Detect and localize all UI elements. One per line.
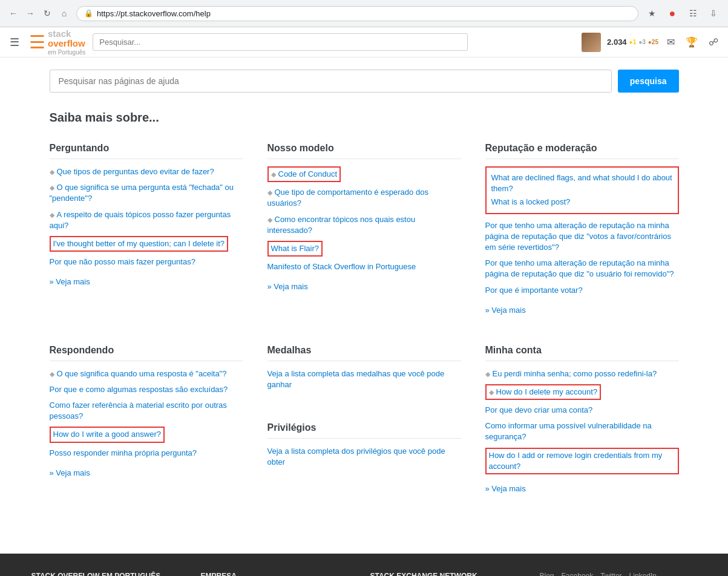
inbox-button[interactable]: ✉ — [664, 34, 677, 50]
bronze-badge: ●25 — [648, 39, 658, 45]
link-perguntando-5[interactable]: Por que não posso mais fazer perguntas? — [50, 257, 243, 267]
browser-nav-buttons: ← → ↻ ⌂ — [6, 6, 71, 21]
saiba-mais-heading: Saiba mais sobre... — [50, 111, 679, 125]
section-reputacao: Reputação e moderação What are declined … — [485, 143, 679, 315]
pesquisa-button[interactable]: pesquisa — [618, 70, 679, 93]
link-minha-conta-1[interactable]: ◆Eu perdi minha senha; como posso redefi… — [485, 368, 679, 379]
reputation-number: 2.034 — [607, 38, 627, 47]
link-nosso-modelo-3[interactable]: ◆Como encontrar tópicos nos quais estou … — [267, 214, 461, 236]
section-respondendo-title: Respondendo — [50, 345, 243, 361]
footer-link-facebook[interactable]: Facebook — [562, 572, 594, 576]
logo-text: stack overflow em Português — [48, 29, 85, 56]
veja-mais-reputacao[interactable]: » Veja mais — [485, 306, 526, 315]
link-icon: ◆ — [50, 211, 54, 218]
link-minha-conta-2-highlighted[interactable]: ◆How do I delete my account? — [485, 384, 602, 400]
link-icon: ◆ — [50, 370, 54, 378]
translate-button[interactable]: ☷ — [684, 5, 701, 22]
footer-col3-title: STACK EXCHANGE NETWORK — [370, 572, 528, 576]
section-perguntando: Perguntando ◆Que tipos de perguntas devo… — [50, 143, 243, 315]
link-reputacao-4[interactable]: Por que tenho uma alteração de reputação… — [485, 258, 679, 280]
link-respondendo-1[interactable]: ◆O que significa quando uma resposta é "… — [50, 368, 243, 379]
link-icon: ◆ — [267, 216, 272, 223]
link-nosso-modelo-5[interactable]: Manifesto of Stack Overflow in Portugues… — [267, 261, 461, 272]
footer-grid: STACK OVERFLOW EM PORTUGUÊS Stack Overfl… — [31, 572, 697, 576]
link-respondendo-3[interactable]: Como fazer referência à material escrito… — [50, 400, 243, 422]
avatar-image — [582, 33, 601, 52]
lock-icon: 🔒 — [84, 9, 93, 18]
footer-col2: EMPRESA Stack Overflow Negócios Contrate… — [201, 572, 358, 576]
footer-link-blog[interactable]: Blog — [540, 572, 554, 576]
link-nosso-modelo-2[interactable]: ◆Que tipo de comportamento é esperado do… — [267, 187, 461, 209]
site-logo[interactable]: ☰ stack overflow em Português — [29, 29, 85, 56]
link-icon: ◆ — [271, 171, 276, 178]
help-search-bar: pesquisa — [50, 70, 679, 93]
link-icon: ◆ — [50, 168, 54, 175]
link-minha-conta-4[interactable]: Como informar uma possível vulnerabilida… — [485, 421, 679, 442]
gold-badge: ●1 — [629, 39, 637, 45]
review-button[interactable]: ☍ — [706, 34, 721, 50]
veja-mais-respondendo[interactable]: » Veja mais — [50, 468, 90, 477]
link-reputacao-5[interactable]: Por que é importante votar? — [485, 285, 679, 296]
home-button[interactable]: ⌂ — [57, 6, 71, 21]
footer-link-linkedin[interactable]: LinkedIn — [629, 572, 657, 576]
header-right: 2.034 ●1 ●3 ●25 ✉ 🏆 ☍ — [582, 33, 721, 52]
address-text: https://pt.stackoverflow.com/help — [97, 9, 631, 18]
link-perguntando-3[interactable]: ◆A respeito de quais tópicos posso fazer… — [50, 209, 243, 231]
download-button[interactable]: ⇩ — [705, 5, 722, 22]
avatar[interactable] — [582, 33, 601, 52]
achievements-button[interactable]: 🏆 — [683, 34, 700, 50]
section-minha-conta-title: Minha conta — [485, 345, 679, 361]
logo-stack: stack — [48, 29, 85, 39]
forward-button[interactable]: → — [23, 6, 38, 21]
extension-icon[interactable]: ● — [664, 5, 681, 22]
footer-social-links: Blog Facebook Twitter LinkedIn — [540, 572, 697, 576]
section-nosso-modelo-title: Nosso modelo — [267, 143, 461, 159]
link-medalhas-1[interactable]: Veja a lista completa das medalhas que v… — [267, 368, 461, 390]
help-grid: Perguntando ◆Que tipos de perguntas devo… — [50, 143, 679, 505]
logo-overflow: overflow — [48, 39, 85, 49]
veja-mais-perguntando[interactable]: » Veja mais — [50, 277, 90, 286]
logo-em-portugues: em Português — [48, 49, 85, 56]
browser-right-icons: ★ ● ☷ ⇩ — [643, 5, 722, 22]
footer-col3: STACK EXCHANGE NETWORK Technology Life /… — [370, 572, 528, 576]
link-perguntando-1[interactable]: ◆Que tipos de perguntas devo evitar de f… — [50, 166, 243, 177]
section-perguntando-title: Perguntando — [50, 143, 243, 159]
link-reputacao-1[interactable]: What are declined flags, and what should… — [491, 172, 673, 194]
section-medalhas: Medalhas Veja a lista completa das medal… — [267, 345, 461, 493]
header-search — [93, 33, 468, 51]
reputacao-block-highlighted: What are declined flags, and what should… — [485, 166, 679, 214]
link-respondendo-2[interactable]: Por que e como algumas respostas são exc… — [50, 384, 243, 395]
link-perguntando-2[interactable]: ◆O que significa se uma pergunta está "f… — [50, 182, 243, 204]
link-perguntando-4-highlighted[interactable]: I've thought better of my question; can … — [50, 236, 229, 252]
refresh-button[interactable]: ↻ — [40, 6, 54, 21]
back-button[interactable]: ← — [6, 6, 21, 21]
header-search-input[interactable] — [93, 33, 468, 51]
link-respondendo-4-highlighted[interactable]: How do I write a good answer? — [50, 427, 165, 442]
address-bar[interactable]: 🔒 https://pt.stackoverflow.com/help — [76, 6, 638, 21]
veja-mais-nosso-modelo[interactable]: » Veja mais — [267, 282, 308, 291]
link-privilegios-1[interactable]: Veja a lista completa dos privilégios qu… — [267, 446, 461, 468]
link-icon: ◆ — [50, 184, 54, 191]
hamburger-button[interactable]: ☰ — [7, 33, 22, 51]
section-privilegios-title: Privilégios — [267, 422, 461, 439]
link-icon: ◆ — [489, 388, 494, 396]
link-nosso-modelo-4-highlighted[interactable]: What is Flair? — [267, 241, 323, 257]
logo-icon: ☰ — [29, 31, 45, 53]
link-reputacao-2[interactable]: What is a locked post? — [491, 197, 673, 208]
site-header: ☰ ☰ stack overflow em Português 2.034 ●1… — [0, 27, 728, 57]
link-minha-conta-5-highlighted[interactable]: How do I add or remove login credentials… — [485, 448, 679, 474]
site-footer: STACK OVERFLOW EM PORTUGUÊS Stack Overfl… — [0, 554, 728, 576]
link-icon: ◆ — [267, 189, 272, 196]
star-button[interactable]: ★ — [643, 5, 660, 22]
footer-col2-title: EMPRESA — [201, 572, 358, 576]
footer-link-twitter[interactable]: Twitter — [600, 572, 621, 576]
section-nosso-modelo: Nosso modelo ◆Code of Conduct ◆Que tipo … — [267, 143, 461, 315]
footer-col4: Blog Facebook Twitter LinkedIn — [540, 572, 697, 576]
link-nosso-modelo-1-highlighted[interactable]: ◆Code of Conduct — [267, 166, 341, 182]
link-minha-conta-3[interactable]: Por que devo criar uma conta? — [485, 405, 679, 416]
main-content: pesquisa Saiba mais sobre... Perguntando… — [31, 57, 697, 529]
link-reputacao-3[interactable]: Por que tenho uma alteração de reputação… — [485, 220, 679, 254]
help-search-input[interactable] — [50, 70, 612, 93]
veja-mais-minha-conta[interactable]: » Veja mais — [485, 484, 526, 493]
link-respondendo-5[interactable]: Posso responder minha própria pergunta? — [50, 448, 243, 459]
